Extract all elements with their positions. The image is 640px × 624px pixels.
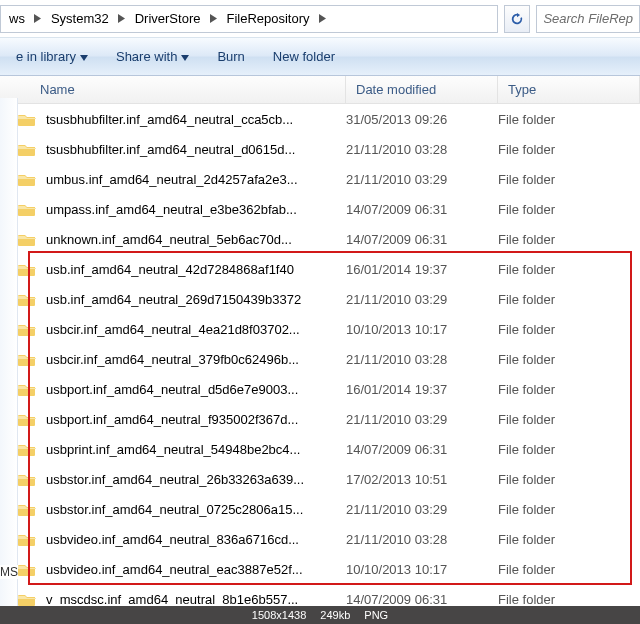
folder-icon — [18, 351, 36, 367]
file-name: v_mscdsc.inf_amd64_neutral_8b1e6b557... — [46, 592, 298, 607]
cell-date: 16/01/2014 19:37 — [346, 382, 498, 397]
cell-date: 17/02/2013 10:51 — [346, 472, 498, 487]
cell-type: File folder — [498, 202, 640, 217]
footer-format: PNG — [364, 609, 388, 621]
cell-date: 31/05/2013 09:26 — [346, 112, 498, 127]
table-row[interactable]: usbcir.inf_amd64_neutral_4ea21d8f03702..… — [0, 314, 640, 344]
cell-date: 21/11/2010 03:29 — [346, 172, 498, 187]
folder-icon — [18, 141, 36, 157]
table-row[interactable]: usbport.inf_amd64_neutral_f935002f367d..… — [0, 404, 640, 434]
cell-type: File folder — [498, 412, 640, 427]
cell-date: 21/11/2010 03:29 — [346, 502, 498, 517]
cell-name: umpass.inf_amd64_neutral_e3be362bfab... — [18, 201, 346, 217]
table-row[interactable]: tsusbhubfilter.inf_amd64_neutral_d0615d.… — [0, 134, 640, 164]
toolbar: e in library Share with Burn New folder — [0, 38, 640, 76]
cell-type: File folder — [498, 472, 640, 487]
file-name: umbus.inf_amd64_neutral_2d4257afa2e3... — [46, 172, 298, 187]
file-name: tsusbhubfilter.inf_amd64_neutral_d0615d.… — [46, 142, 295, 157]
cell-type: File folder — [498, 232, 640, 247]
cell-date: 10/10/2013 10:17 — [346, 562, 498, 577]
table-row[interactable]: usbstor.inf_amd64_neutral_26b33263a639..… — [0, 464, 640, 494]
table-row[interactable]: usbcir.inf_amd64_neutral_379fb0c62496b..… — [0, 344, 640, 374]
include-in-library-button[interactable]: e in library — [6, 45, 98, 68]
file-name: usb.inf_amd64_neutral_42d7284868af1f40 — [46, 262, 294, 277]
folder-icon — [18, 111, 36, 127]
cell-date: 14/07/2009 06:31 — [346, 592, 498, 607]
cell-type: File folder — [498, 172, 640, 187]
breadcrumb-segment[interactable]: System32 — [45, 6, 115, 32]
cell-type: File folder — [498, 352, 640, 367]
folder-icon — [18, 231, 36, 247]
cell-name: usb.inf_amd64_neutral_269d7150439b3372 — [18, 291, 346, 307]
table-row[interactable]: usb.inf_amd64_neutral_269d7150439b337221… — [0, 284, 640, 314]
table-row[interactable]: usbvideo.inf_amd64_neutral_836a6716cd...… — [0, 524, 640, 554]
chevron-right-icon[interactable] — [206, 6, 220, 32]
column-headers: Name Date modified Type — [0, 76, 640, 104]
cell-type: File folder — [498, 292, 640, 307]
file-name: umpass.inf_amd64_neutral_e3be362bfab... — [46, 202, 297, 217]
file-name: usbcir.inf_amd64_neutral_4ea21d8f03702..… — [46, 322, 300, 337]
table-row[interactable]: usbstor.inf_amd64_neutral_0725c2806a15..… — [0, 494, 640, 524]
column-header-date[interactable]: Date modified — [346, 76, 498, 103]
file-name: usbport.inf_amd64_neutral_d5d6e7e9003... — [46, 382, 298, 397]
breadcrumb-segment[interactable]: DriverStore — [129, 6, 207, 32]
chevron-down-icon — [80, 49, 88, 64]
cell-date: 21/11/2010 03:29 — [346, 292, 498, 307]
burn-button[interactable]: Burn — [207, 45, 254, 68]
file-name: usbstor.inf_amd64_neutral_0725c2806a15..… — [46, 502, 303, 517]
folder-icon — [18, 501, 36, 517]
breadcrumb-segment[interactable]: FileRepository — [220, 6, 315, 32]
cell-name: umbus.inf_amd64_neutral_2d4257afa2e3... — [18, 171, 346, 187]
chevron-right-icon[interactable] — [115, 6, 129, 32]
column-header-name[interactable]: Name — [0, 76, 346, 103]
file-name: usbvideo.inf_amd64_neutral_eac3887e52f..… — [46, 562, 303, 577]
cell-date: 21/11/2010 03:28 — [346, 142, 498, 157]
table-row[interactable]: usbvideo.inf_amd64_neutral_eac3887e52f..… — [0, 554, 640, 584]
folder-icon — [18, 561, 36, 577]
cell-type: File folder — [498, 142, 640, 157]
cell-name: usbcir.inf_amd64_neutral_4ea21d8f03702..… — [18, 321, 346, 337]
cell-name: tsusbhubfilter.inf_amd64_neutral_cca5cb.… — [18, 111, 346, 127]
file-name: unknown.inf_amd64_neutral_5eb6ac70d... — [46, 232, 292, 247]
table-row[interactable]: umbus.inf_amd64_neutral_2d4257afa2e3...2… — [0, 164, 640, 194]
cell-name: usb.inf_amd64_neutral_42d7284868af1f40 — [18, 261, 346, 277]
refresh-icon — [510, 12, 524, 26]
table-row[interactable]: usbport.inf_amd64_neutral_d5d6e7e9003...… — [0, 374, 640, 404]
cell-name: usbport.inf_amd64_neutral_f935002f367d..… — [18, 411, 346, 427]
table-row[interactable]: tsusbhubfilter.inf_amd64_neutral_cca5cb.… — [0, 104, 640, 134]
folder-icon — [18, 261, 36, 277]
cell-date: 16/01/2014 19:37 — [346, 262, 498, 277]
folder-icon — [18, 291, 36, 307]
cell-name: unknown.inf_amd64_neutral_5eb6ac70d... — [18, 231, 346, 247]
folder-icon — [18, 321, 36, 337]
cell-type: File folder — [498, 112, 640, 127]
folder-icon — [18, 411, 36, 427]
share-with-button[interactable]: Share with — [106, 45, 199, 68]
search-input[interactable]: Search FileRep — [536, 5, 640, 33]
chevron-right-icon[interactable] — [316, 6, 330, 32]
folder-icon — [18, 531, 36, 547]
table-row[interactable]: umpass.inf_amd64_neutral_e3be362bfab...1… — [0, 194, 640, 224]
breadcrumb[interactable]: wsSystem32DriverStoreFileRepository — [0, 5, 498, 33]
cell-type: File folder — [498, 382, 640, 397]
chevron-right-icon[interactable] — [31, 6, 45, 32]
new-folder-button[interactable]: New folder — [263, 45, 345, 68]
cell-date: 21/11/2010 03:28 — [346, 532, 498, 547]
cell-type: File folder — [498, 322, 640, 337]
cell-name: usbvideo.inf_amd64_neutral_836a6716cd... — [18, 531, 346, 547]
cell-name: tsusbhubfilter.inf_amd64_neutral_d0615d.… — [18, 141, 346, 157]
folder-icon — [18, 201, 36, 217]
cell-date: 14/07/2009 06:31 — [346, 232, 498, 247]
refresh-button[interactable] — [504, 5, 530, 33]
cell-date: 14/07/2009 06:31 — [346, 442, 498, 457]
file-name: usbcir.inf_amd64_neutral_379fb0c62496b..… — [46, 352, 299, 367]
column-header-type[interactable]: Type — [498, 76, 640, 103]
table-row[interactable]: unknown.inf_amd64_neutral_5eb6ac70d...14… — [0, 224, 640, 254]
address-bar: wsSystem32DriverStoreFileRepository Sear… — [0, 0, 640, 38]
breadcrumb-segment[interactable]: ws — [3, 6, 31, 32]
cell-name: usbport.inf_amd64_neutral_d5d6e7e9003... — [18, 381, 346, 397]
cell-name: v_mscdsc.inf_amd64_neutral_8b1e6b557... — [18, 591, 346, 607]
table-row[interactable]: usb.inf_amd64_neutral_42d7284868af1f4016… — [0, 254, 640, 284]
table-row[interactable]: usbprint.inf_amd64_neutral_54948be2bc4..… — [0, 434, 640, 464]
cell-type: File folder — [498, 532, 640, 547]
